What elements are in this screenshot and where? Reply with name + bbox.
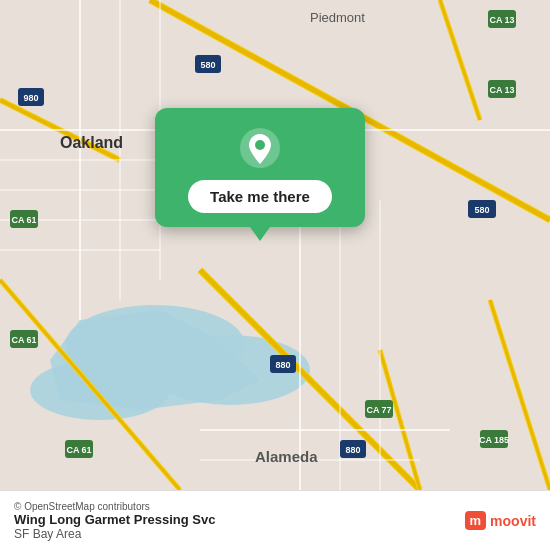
svg-text:CA 77: CA 77	[366, 405, 391, 415]
moovit-logo: m moovit	[465, 511, 536, 530]
svg-text:Oakland: Oakland	[60, 134, 123, 151]
place-region: SF Bay Area	[14, 527, 215, 541]
svg-text:CA 185: CA 185	[479, 435, 509, 445]
svg-text:CA 13: CA 13	[489, 85, 514, 95]
svg-text:980: 980	[23, 93, 38, 103]
moovit-letter: m	[465, 511, 487, 530]
svg-text:CA 61: CA 61	[11, 335, 36, 345]
svg-text:Alameda: Alameda	[255, 448, 318, 465]
svg-text:CA 61: CA 61	[66, 445, 91, 455]
svg-text:CA 13: CA 13	[489, 15, 514, 25]
take-me-there-button[interactable]: Take me there	[188, 180, 332, 213]
svg-text:CA 61: CA 61	[11, 215, 36, 225]
svg-point-60	[255, 140, 265, 150]
svg-text:Piedmont: Piedmont	[310, 10, 365, 25]
map-svg: 580 980 880 CA 61 CA 61 CA 61 CA 13 CA 1…	[0, 0, 550, 490]
svg-text:880: 880	[345, 445, 360, 455]
moovit-text: moovit	[490, 513, 536, 529]
place-info: © OpenStreetMap contributors Wing Long G…	[14, 501, 215, 541]
place-name: Wing Long Garmet Pressing Svc	[14, 512, 215, 527]
svg-text:580: 580	[474, 205, 489, 215]
svg-text:580: 580	[200, 60, 215, 70]
bottom-info-bar: © OpenStreetMap contributors Wing Long G…	[0, 490, 550, 550]
svg-text:880: 880	[275, 360, 290, 370]
location-pin-icon	[238, 126, 282, 170]
osm-attribution: © OpenStreetMap contributors	[14, 501, 215, 512]
map-view: 580 980 880 CA 61 CA 61 CA 61 CA 13 CA 1…	[0, 0, 550, 490]
location-popup[interactable]: Take me there	[155, 108, 365, 227]
